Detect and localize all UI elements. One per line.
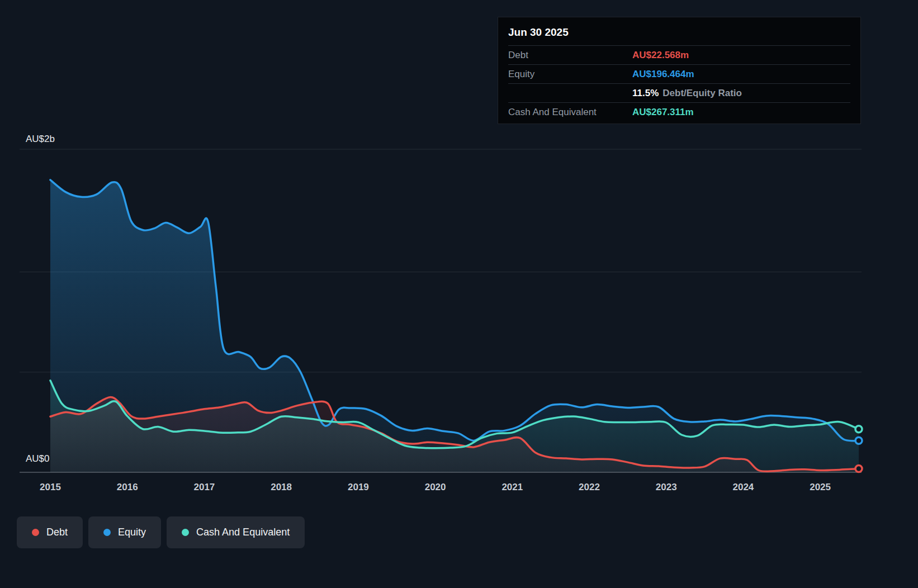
tooltip-equity-value: AU$196.464m [632,69,694,80]
tooltip-debt-value: AU$22.568m [632,50,689,61]
x-axis-label: 2022 [579,482,600,492]
ratio-label: Debt/Equity Ratio [663,88,742,98]
x-axis-label: 2023 [656,482,677,492]
x-axis-label: 2015 [40,482,61,492]
ratio-percent: 11.5% [632,88,659,98]
x-axis-label: 2020 [425,482,446,492]
tooltip-row-cash: Cash And Equivalent AU$267.311m [508,103,850,121]
x-axis-label: 2016 [117,482,138,492]
x-axis-label: 2021 [501,482,523,492]
tooltip-row-debt: Debt AU$22.568m [508,46,850,65]
debt-equity-history-chart: 2015201620172018201920202021202220232024… [0,0,918,588]
x-axis-label: 2024 [732,482,754,492]
legend-debt-label: Debt [46,527,68,538]
legend-cash-label: Cash And Equivalent [196,527,290,538]
cash-and-equivalent-endpoint-marker[interactable] [855,426,862,433]
tooltip-debt-label: Debt [508,50,632,61]
legend-item-equity[interactable]: Equity [88,516,161,548]
x-axis-label: 2025 [810,482,831,492]
tooltip-row-equity: Equity AU$196.464m [508,65,850,84]
legend: Debt Equity Cash And Equivalent [17,516,305,548]
legend-item-debt[interactable]: Debt [17,516,83,548]
tooltip-cash-value: AU$267.311m [632,107,694,118]
x-axis-label: 2018 [271,482,292,492]
y-axis-label-zero: AU$0 [26,453,50,464]
equity-swatch-icon [103,529,111,536]
debt-endpoint-marker[interactable] [855,466,862,472]
y-axis-label-top: AU$2b [26,134,55,145]
legend-item-cash[interactable]: Cash And Equivalent [167,516,305,548]
tooltip-row-ratio: 11.5%Debt/Equity Ratio [508,84,850,103]
x-axis-label: 2019 [348,482,369,492]
x-axis-label: 2017 [193,482,215,492]
tooltip-ratio-value: 11.5%Debt/Equity Ratio [632,88,742,99]
tooltip-equity-label: Equity [508,69,632,80]
tooltip-date: Jun 30 2025 [508,21,850,46]
tooltip-cash-label: Cash And Equivalent [508,107,632,118]
chart-tooltip: Jun 30 2025 Debt AU$22.568m Equity AU$19… [498,17,861,124]
equity-endpoint-marker[interactable] [855,437,862,444]
debt-swatch-icon [32,529,39,536]
legend-equity-label: Equity [118,527,146,538]
cash-swatch-icon [182,529,189,536]
